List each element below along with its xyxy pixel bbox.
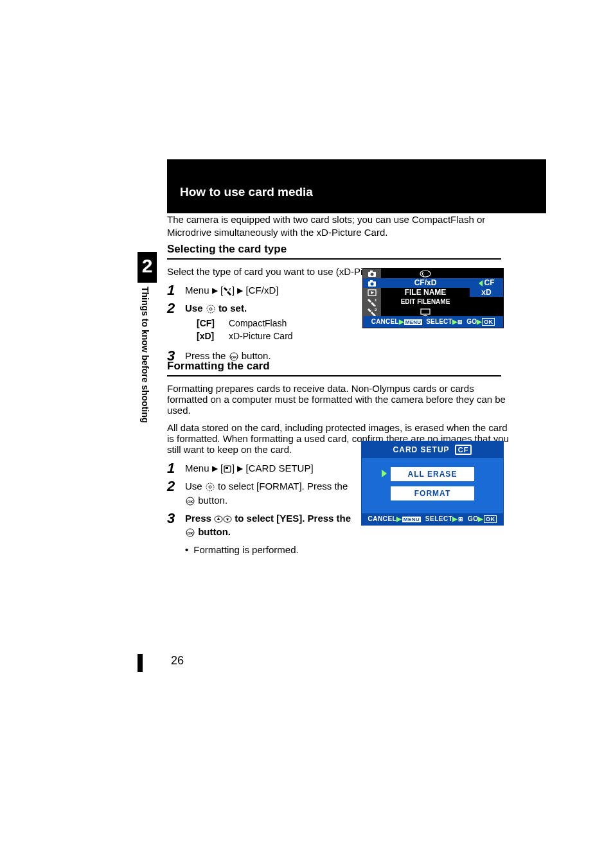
svg-text:1: 1 [375,298,377,302]
svg-point-1 [207,305,215,313]
menu1-select: SELECT [426,318,452,325]
def-val: CompactFlash [229,317,287,330]
step1-bracket-close: ] [232,285,235,296]
menu1-row-cf: CF [484,278,495,287]
camera-menu-cardsetup: CARD SETUP CF ALL ERASE FORMAT CANCEL▶ME… [361,441,504,526]
menu2-all-erase: ALL ERASE [391,467,474,481]
triangle-left-icon [479,280,483,287]
dpad-icon [205,482,215,492]
svg-rect-20 [370,280,373,282]
step-number: 3 [167,511,185,526]
section-title: How to use card media [180,185,313,199]
menu1-row-filename: FILE NAME [405,288,447,297]
arrow-icon: ▶ [237,286,243,295]
step-number: 1 [167,461,185,475]
arrow-icon: ▶ [237,464,243,473]
cam1-icon [367,269,377,278]
page-accent-bar [138,654,143,672]
def-key: [xD] [197,330,222,342]
step2-pre: Use [185,303,203,314]
fstep1-menu: Menu [185,463,209,474]
step-number: 2 [167,479,185,493]
svg-point-19 [371,282,374,285]
svg-text:OK: OK [188,500,194,504]
svg-text:2: 2 [229,287,231,291]
step1-menu: Menu [185,285,209,296]
formatting-step-3: 3 Press to select [YES]. Press the OK bu… [167,511,360,557]
menu1-footer: CANCEL▶MENU SELECT▶⊞ GO▶OK [363,316,503,328]
menu1-row-cfxd: CF/xD [414,278,437,287]
menu1-go: GO [466,318,477,325]
menu2-footer: CANCEL▶MENU SELECT▶⊞ GO▶OK [362,513,503,525]
menu2-tag: CF [455,445,472,455]
ok-button-icon: OK [185,497,195,506]
selecting-step-1: 1 Menu ▶ [2] ▶ [CF/xD] [167,283,360,297]
def-key: [CF] [197,317,222,330]
intro-paragraph: The camera is equipped with two card slo… [167,213,514,240]
page-number: 26 [171,654,184,668]
formatting-para1: Formatting prepares cards to receive dat… [167,383,514,416]
camera-menu-cfxd: CF/xD CF FILE NAME xD 1 EDIT FILENAME 2 … [362,268,504,328]
dpad-icon [206,304,216,314]
menu2-title: CARD SETUP [393,445,450,454]
bullet-icon: • [185,543,188,557]
svg-text:OK: OK [231,355,237,359]
menu1-cancel: CANCEL [371,318,399,325]
cam2-icon [367,279,377,288]
arrow-icon: ▶ [212,286,218,295]
wrench2-icon: 2 [367,307,377,316]
selecting-heading: Selecting the card type [167,243,501,260]
menu2-menu: MENU [402,517,422,522]
definitions: [CF]CompactFlash [xD]xD-Picture Card [197,317,360,343]
fstep2-post: button. [198,495,227,506]
step2-post: to set. [218,303,247,314]
fstep2-mid: to select [FORMAT]. Press the [218,481,348,492]
svg-rect-6 [226,467,228,469]
chapter-tab: 2 [138,252,157,283]
svg-point-2 [209,308,212,310]
formatting-step-2: 2 Use to select [FORMAT]. Press the OK b… [167,479,360,508]
up-down-icon [214,515,232,524]
fstep2-pre: Use [185,481,202,492]
svg-point-8 [209,486,211,488]
svg-rect-24 [421,309,430,314]
monitor-icon [420,308,431,316]
svg-text:OK: OK [188,531,194,535]
fstep3-mid: to select [YES]. Press the [232,513,351,524]
fstep1-target: [CARD SETUP] [246,463,314,474]
def-val: xD-Picture Card [229,330,293,342]
wrench1-icon: 1 [367,297,377,306]
menu1-row-editfilename: EDIT FILENAME [401,298,450,305]
svg-rect-25 [423,315,427,316]
menu1-menu: MENU [404,319,422,325]
svg-text:2: 2 [375,308,377,312]
step-number: 1 [167,283,185,297]
selecting-step-2: 2 Use to set. [CF]CompactFlash [xD]xD-Pi… [167,301,360,345]
formatting-heading: Formatting the card [167,360,501,376]
menu1-ok: OK [482,318,495,326]
wrench-icon: 2 [223,287,232,296]
menu1-row-xd: xD [481,288,491,297]
menu2-ok: OK [484,515,497,523]
step-number: 2 [167,301,185,315]
chapter-side-label: Things to know before shooting [140,287,150,423]
menu2-go: GO [468,515,479,522]
arrow-icon: ▶ [212,464,218,473]
step1-target: [CF/xD] [246,285,279,296]
play-icon [367,288,377,297]
fstep3-pre: Press [185,513,214,524]
card-small-icon [418,269,432,278]
svg-point-7 [206,483,214,491]
menu2-format: FORMAT [391,486,474,500]
svg-rect-17 [370,270,373,272]
menu2-select: SELECT [425,515,452,522]
formatting-bullet: Formatting is performed. [193,543,298,557]
ok-button-icon: OK [185,528,195,537]
fstep3-post: button. [195,526,231,537]
menu2-cancel: CANCEL [368,515,397,522]
card-icon [223,465,232,474]
svg-point-16 [371,272,374,276]
formatting-step-1: 1 Menu ▶ [] ▶ [CARD SETUP] [167,461,360,475]
fstep1-bracket-close: ] [232,463,235,474]
